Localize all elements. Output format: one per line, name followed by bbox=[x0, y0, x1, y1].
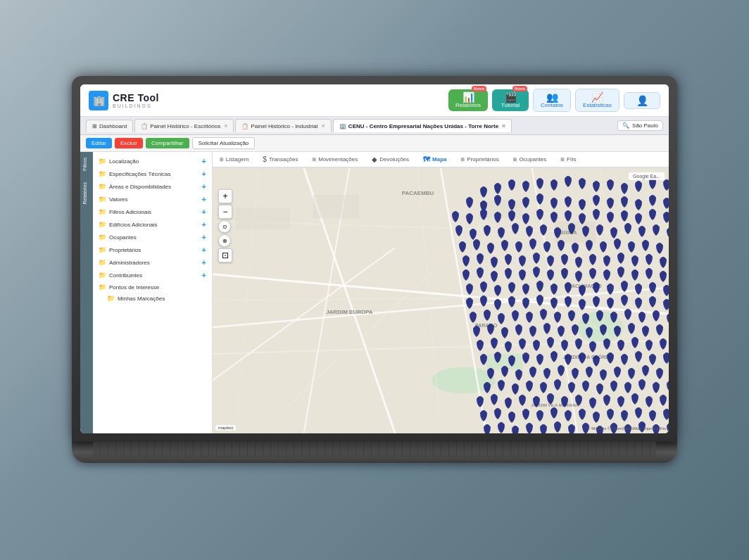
filter-marcacoes[interactable]: 📁 Minhas Marcações bbox=[93, 293, 212, 304]
contatos-button[interactable]: 👥 Contatos bbox=[533, 89, 571, 112]
tutorial-button[interactable]: Novo 🎬 Tutorial bbox=[492, 89, 529, 111]
tab-historico-escritorios[interactable]: 📋 Painel Histórico - Escritórios × bbox=[134, 119, 234, 132]
folder-icon-8: 📁 bbox=[99, 246, 106, 253]
update-button[interactable]: Solicitar Atualização bbox=[192, 137, 256, 149]
nav-tab-transacoes[interactable]: $ Transações bbox=[256, 152, 305, 168]
transacoes-icon: $ bbox=[263, 155, 267, 163]
filter-proprietarios[interactable]: 📁 Proprietários + bbox=[93, 243, 212, 256]
main-area: Filtros Relatórios 📁 Localização + 📁 Esp… bbox=[80, 152, 669, 433]
folder-icon-7: 📁 bbox=[99, 234, 106, 241]
nav-tab-fiis[interactable]: ≡ FIIs bbox=[553, 152, 583, 168]
laptop-lid: 🏢 CRE Tool BUILDINGS Novo 📊 Relatórios bbox=[72, 76, 677, 442]
fiis-icon: ≡ bbox=[560, 155, 565, 163]
filter-edificios-adicionais[interactable]: 📁 Edifícios Adicionais + bbox=[93, 218, 212, 231]
nav-tab-ocupantes[interactable]: ≡ Ocupantes bbox=[506, 152, 554, 168]
nav-tab-devolucoes-label: Devoluções bbox=[379, 156, 409, 163]
vtab-filtros[interactable]: Filtros bbox=[80, 152, 93, 177]
delete-button[interactable]: Excluir bbox=[115, 138, 143, 148]
filter-localizacao[interactable]: 📁 Localização + bbox=[93, 155, 212, 167]
nav-tab-proprietarios[interactable]: ≡ Proprietários bbox=[454, 152, 506, 168]
folder-icon-4: 📁 bbox=[99, 196, 106, 203]
filter-filtros-add[interactable]: + bbox=[202, 208, 206, 216]
mapa-icon: 🗺 bbox=[423, 155, 430, 163]
filter-localizacao-add[interactable]: + bbox=[202, 157, 206, 165]
sidebar-vtabs: Filtros Relatórios bbox=[80, 152, 93, 433]
zoom-in-button[interactable]: + bbox=[218, 189, 232, 203]
filter-ocupantes-label: Ocupantes bbox=[109, 234, 137, 241]
location-button[interactable]: ⊕ bbox=[218, 234, 231, 247]
filter-areas-add[interactable]: + bbox=[202, 182, 206, 191]
filter-valores[interactable]: 📁 Valores + bbox=[93, 193, 212, 205]
tab-hist-ind-close[interactable]: × bbox=[322, 122, 325, 129]
folder-icon-12: 📁 bbox=[107, 295, 115, 302]
filter-filtros-adicionais[interactable]: 📁 Filtros Adicionais + bbox=[93, 205, 212, 218]
tab-cenu-close[interactable]: × bbox=[502, 122, 505, 129]
filter-contribuintes[interactable]: 📁 Contribuintes + bbox=[93, 269, 212, 281]
logo-text: CRE Tool BUILDINGS bbox=[113, 92, 159, 108]
svg-text:JARDIM VILA MARIANA: JARDIM VILA MARIANA bbox=[531, 403, 579, 407]
laptop-base bbox=[72, 442, 677, 463]
filter-especificacoes-add[interactable]: + bbox=[202, 170, 206, 178]
contatos-label: Contatos bbox=[541, 102, 563, 108]
estatisticas-button[interactable]: 📈 Estatísticas bbox=[575, 89, 619, 112]
filter-ocupantes-add[interactable]: + bbox=[202, 233, 206, 241]
logo-area: 🏢 CRE Tool BUILDINGS bbox=[89, 91, 173, 110]
layer-button[interactable]: ⊡ bbox=[218, 248, 232, 262]
screen-bezel: 🏢 CRE Tool BUILDINGS Novo 📊 Relatórios bbox=[80, 84, 669, 433]
nav-tab-mapa-label: Mapa bbox=[432, 156, 446, 163]
filter-administradores-label: Administradores bbox=[109, 260, 150, 266]
svg-text:PACAEMBU: PACAEMBU bbox=[402, 190, 434, 196]
filter-ocupantes[interactable]: 📁 Ocupantes + bbox=[93, 231, 212, 243]
tutorial-label: Tutorial bbox=[501, 102, 520, 108]
svg-point-2 bbox=[577, 312, 623, 343]
share-button[interactable]: Compartilhar bbox=[146, 138, 189, 148]
nav-tab-listagem-label: Listagem bbox=[226, 156, 248, 163]
filter-pontos[interactable]: 📁 Pontos de Interesse bbox=[93, 281, 212, 293]
filter-edificios-add[interactable]: + bbox=[202, 220, 206, 229]
filter-edificios-label: Edifícios Adicionais bbox=[109, 222, 157, 228]
filter-valores-add[interactable]: + bbox=[202, 195, 206, 203]
copyright-badge: © Mapbox © OpenStreetMap Improve this bbox=[587, 426, 666, 431]
filter-contribuintes-add[interactable]: + bbox=[202, 271, 206, 279]
filter-proprietarios-add[interactable]: + bbox=[202, 246, 206, 254]
relatorios-label: Relatórios bbox=[455, 102, 481, 108]
tab-hist-ind-label: Painel Histórico - Industrial bbox=[251, 123, 317, 129]
nav-tab-devolucoes[interactable]: ◆ Devoluções bbox=[365, 152, 416, 168]
relatorios-icon: 📊 bbox=[462, 92, 474, 102]
svg-point-1 bbox=[432, 367, 496, 394]
tab-dashboard[interactable]: ⊞ Dashboard bbox=[86, 120, 133, 132]
mapbox-badge: mapbox bbox=[215, 425, 236, 431]
edit-button[interactable]: Editar bbox=[86, 138, 112, 148]
nav-tab-mapa[interactable]: 🗺 Mapa bbox=[416, 152, 453, 168]
contatos-icon: 👥 bbox=[546, 92, 558, 102]
user-button[interactable]: 👤 bbox=[624, 92, 660, 109]
nav-tab-proprietarios-label: Proprietários bbox=[467, 156, 498, 163]
zoom-out-button[interactable]: − bbox=[218, 205, 232, 219]
search-tab[interactable]: 🔍 São Paulo bbox=[617, 120, 663, 131]
filter-areas[interactable]: 📁 Áreas e Disponibilidades + bbox=[93, 180, 212, 193]
filter-areas-label: Áreas e Disponibilidades bbox=[109, 184, 171, 190]
map-container[interactable]: PACAEMBU BIXIGA JARDIM EUROPA JARDIM DA … bbox=[213, 168, 669, 433]
svg-rect-20 bbox=[235, 208, 290, 229]
tab-hist-esc-close[interactable]: × bbox=[224, 122, 227, 129]
tab-bar: ⊞ Dashboard 📋 Painel Histórico - Escritó… bbox=[80, 117, 669, 135]
search-tab-label: São Paulo bbox=[632, 122, 658, 129]
laptop-keyboard bbox=[93, 442, 656, 457]
tab-hist-esc-icon: 📋 bbox=[141, 123, 148, 129]
compass-button[interactable]: ⊙ bbox=[218, 220, 231, 233]
svg-text:JARDIM DA GLÓRIA: JARDIM DA GLÓRIA bbox=[562, 354, 610, 359]
action-bar: Editar Excluir Compartilhar Solicitar At… bbox=[80, 135, 669, 152]
filter-admin-add[interactable]: + bbox=[202, 258, 206, 267]
prop-icon: ≡ bbox=[461, 155, 465, 163]
tab-cenu[interactable]: 🏢 CENU - Centro Empresarial Nações Unida… bbox=[333, 119, 512, 132]
filter-administradores[interactable]: 📁 Administradores + bbox=[93, 256, 212, 269]
tab-historico-industrial[interactable]: 📋 Painel Histórico - Industrial × bbox=[235, 119, 331, 132]
tutorial-badge: Novo bbox=[512, 86, 527, 91]
nav-tab-listagem[interactable]: ≡ Listagem bbox=[213, 152, 256, 168]
app-logo-icon: 🏢 bbox=[89, 91, 108, 110]
filter-especificacoes[interactable]: 📁 Especificações Técnicas + bbox=[93, 167, 212, 180]
nav-tab-movimentacoes[interactable]: ≡ Movimentações bbox=[305, 152, 365, 168]
vtab-relatorios[interactable]: Relatórios bbox=[80, 177, 93, 210]
relatorios-button[interactable]: Novo 📊 Relatórios bbox=[448, 89, 488, 111]
filter-localizacao-label: Localização bbox=[109, 158, 139, 165]
